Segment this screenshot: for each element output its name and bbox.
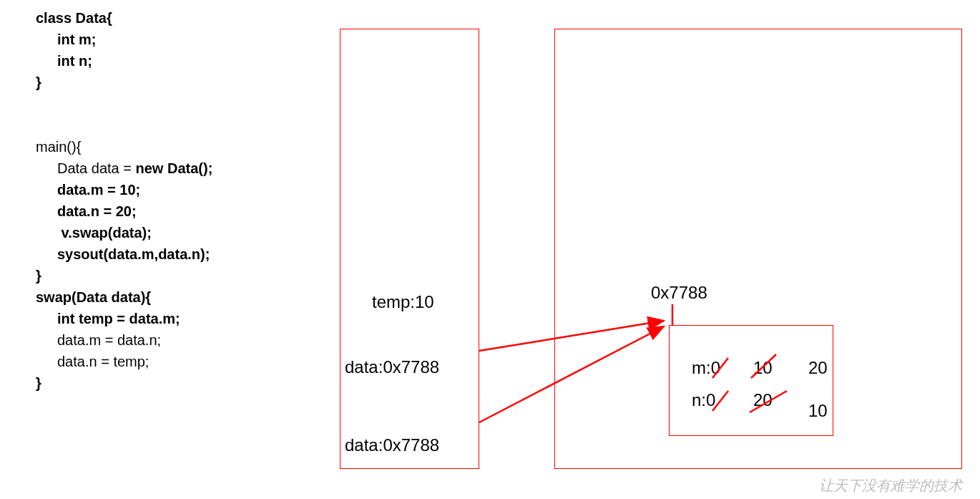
swap-line-1: int temp = data.m; <box>36 308 212 329</box>
class-declaration: class Data{ <box>36 7 212 29</box>
watermark-text: 让天下没有难学的技术 <box>819 476 962 495</box>
field-m: int m; <box>36 29 212 50</box>
heap-address-label: 0x7788 <box>651 283 707 303</box>
main-line-5: sysout(data.m,data.n); <box>36 243 212 265</box>
main-close: } <box>36 265 212 286</box>
main-declaration: main(){ <box>36 136 212 158</box>
swap-close: } <box>36 372 212 394</box>
object-n-old: 20 <box>753 390 773 410</box>
main-line-1: Data data = new Data(); <box>36 158 212 179</box>
main-line-3: data.n = 20; <box>36 200 212 222</box>
stack-data1-label: data:0x7788 <box>345 357 439 377</box>
class-close: } <box>36 72 212 93</box>
main-line-2: data.m = 10; <box>36 179 212 200</box>
object-m-old: 10 <box>753 358 773 378</box>
stack-data2-label: data:0x7788 <box>345 435 439 455</box>
code-block: class Data{ int m; int n; } main(){ Data… <box>36 7 212 394</box>
swap-line-2: data.m = data.n; <box>36 329 212 351</box>
field-n: int n; <box>36 50 212 72</box>
object-n-new: 10 <box>808 401 828 421</box>
object-m-new: 20 <box>808 358 828 378</box>
swap-declaration: swap(Data data){ <box>36 286 212 308</box>
object-n-label: n:0 <box>692 390 715 410</box>
stack-temp-label: temp:10 <box>372 292 434 312</box>
stack-memory-box <box>340 29 479 469</box>
object-m-label: m:0 <box>692 358 720 378</box>
main-line-4: v.swap(data); <box>36 222 212 243</box>
swap-line-3: data.n = temp; <box>36 351 212 372</box>
